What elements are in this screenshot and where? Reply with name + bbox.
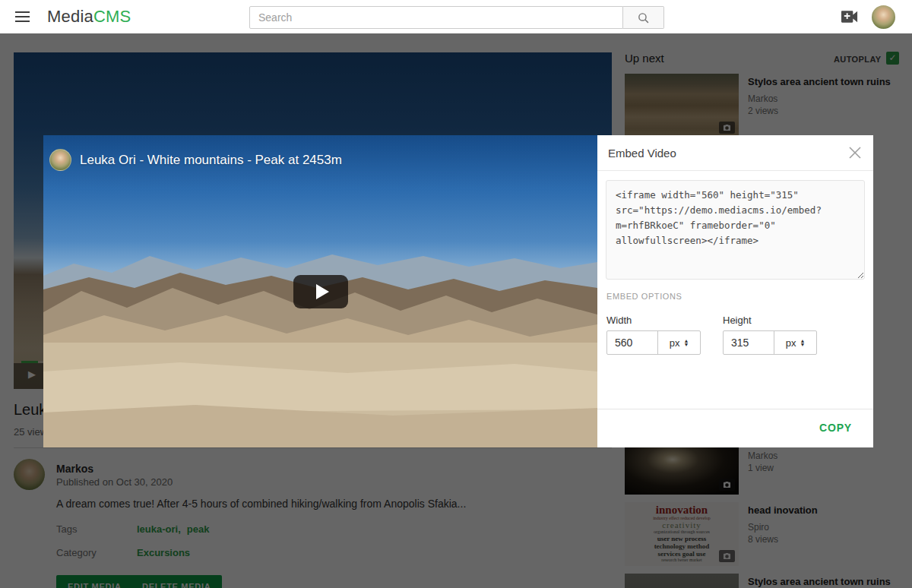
logo[interactable]: MediaCMS — [47, 7, 131, 27]
logo-media-text: Media — [47, 7, 93, 26]
search-input[interactable] — [249, 6, 623, 29]
width-label: Width — [606, 315, 632, 326]
height-input[interactable] — [724, 331, 774, 354]
embed-code-textarea[interactable]: <iframe width="560" height="315" src="ht… — [606, 180, 865, 280]
embed-options-panel: Embed Video <iframe width="560" height="… — [597, 135, 873, 447]
hamburger-menu-icon[interactable] — [15, 11, 30, 25]
spinner-arrows-icon: ▲▼ — [800, 339, 805, 346]
mountain-scene — [43, 242, 597, 447]
width-field-group: px ▲▼ — [606, 330, 701, 355]
height-field-group: px ▲▼ — [723, 330, 817, 355]
embed-preview-player[interactable]: Leuka Ori - White mountains - Peak at 24… — [43, 135, 597, 447]
height-label: Height — [723, 315, 752, 326]
mediacms-app: MediaCMS ▶ Leuka Ori - White mountains -… — [0, 0, 912, 588]
spinner-arrows-icon: ▲▼ — [683, 339, 689, 346]
user-avatar[interactable] — [872, 5, 895, 29]
preview-author-avatar[interactable] — [49, 149, 71, 171]
modal-header: Embed Video — [597, 135, 873, 171]
embed-video-modal: Leuka Ori - White mountains - Peak at 24… — [43, 135, 873, 447]
modal-footer: COPY — [597, 409, 873, 447]
width-unit-value: px — [670, 337, 680, 349]
width-input[interactable] — [607, 331, 657, 354]
height-unit-select[interactable]: px ▲▼ — [774, 331, 816, 354]
copy-button[interactable]: COPY — [819, 422, 852, 434]
width-unit-select[interactable]: px ▲▼ — [657, 331, 700, 354]
search-form — [249, 6, 664, 29]
height-unit-value: px — [786, 337, 796, 349]
logo-cms-text: CMS — [93, 7, 131, 26]
embed-options-label: EMBED OPTIONS — [606, 292, 682, 301]
preview-video-title: Leuka Ori - White mountains - Peak at 24… — [80, 153, 342, 168]
modal-title: Embed Video — [608, 147, 676, 160]
play-icon — [316, 284, 329, 299]
upload-media-icon[interactable] — [841, 10, 859, 24]
top-bar: MediaCMS — [0, 0, 912, 33]
play-button[interactable] — [293, 275, 348, 308]
close-icon[interactable] — [848, 146, 862, 160]
search-button[interactable] — [623, 6, 664, 29]
search-icon — [637, 11, 650, 24]
